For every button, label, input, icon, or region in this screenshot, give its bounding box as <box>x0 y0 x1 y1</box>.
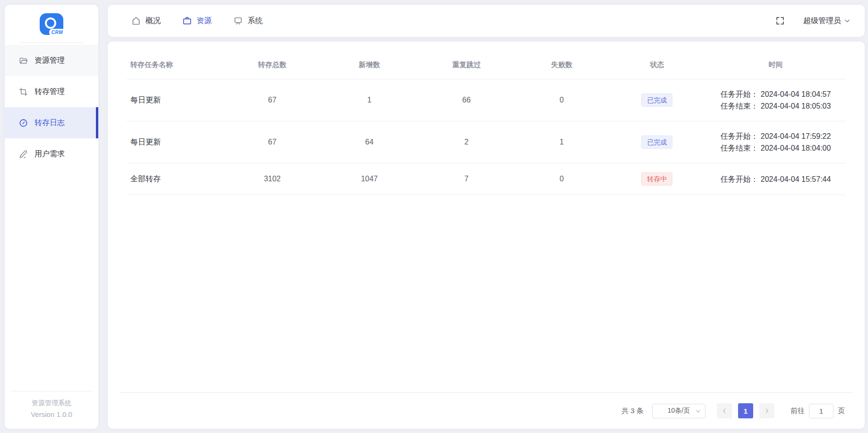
table-wrap: 转存任务名称 转存总数 新增数 重复跳过 失败数 状态 时间 每日更新 67 1 <box>108 42 865 195</box>
tab-overview[interactable]: 概况 <box>131 16 161 26</box>
table-row: 全部转存 3102 1047 7 0 转存中 任务开始：2024-04-04 1… <box>127 163 846 195</box>
table-row: 每日更新 67 1 66 0 已完成 任务开始：2024-04-04 18:04… <box>127 79 846 121</box>
cell-time: 任务开始：2024-04-04 15:57:44 <box>705 163 846 195</box>
goto-group: 前往 页 <box>791 404 845 418</box>
cell-added: 1 <box>321 79 418 121</box>
time-value: 2024-04-04 18:05:03 <box>761 100 831 112</box>
cell-total: 67 <box>223 121 320 163</box>
time-label: 任务开始： <box>721 130 758 142</box>
tab-system[interactable]: 系统 <box>233 16 263 26</box>
col-header-skipped: 重复跳过 <box>418 54 515 79</box>
cell-total: 67 <box>223 79 320 121</box>
sidebar-footer: 资源管理系统 Version 1.0.0 <box>5 391 98 429</box>
time-label: 任务开始： <box>721 88 758 100</box>
cell-total: 3102 <box>223 163 320 195</box>
sidebar: CRM 资源管理 转存管理 转存日志 用户需求 资源管理系统 Version 1… <box>5 5 98 429</box>
page-number-button[interactable]: 1 <box>738 403 753 418</box>
chevron-down-icon <box>695 408 701 414</box>
tab-label: 系统 <box>248 16 263 26</box>
pagination-total: 共 3 条 <box>621 407 644 416</box>
cell-time: 任务开始：2024-04-04 18:04:57 任务结束：2024-04-04… <box>705 79 846 121</box>
time-value: 2024-04-04 18:04:57 <box>761 88 831 100</box>
top-tabs: 概况 资源 系统 <box>131 16 263 26</box>
logo-area: CRM <box>5 5 98 35</box>
col-header-task-name: 转存任务名称 <box>127 54 223 79</box>
cell-added: 1047 <box>321 163 418 195</box>
cell-time: 任务开始：2024-04-04 17:59:22 任务结束：2024-04-04… <box>705 121 846 163</box>
home-icon <box>131 16 141 25</box>
cell-failed: 1 <box>515 121 609 163</box>
goto-page-input[interactable] <box>809 404 834 418</box>
pagination: 共 3 条 10条/页 1 前往 页 <box>120 393 852 429</box>
crop-icon <box>19 87 28 96</box>
time-value: 2024-04-04 17:59:22 <box>761 130 831 142</box>
sidebar-item-transfer-log[interactable]: 转存日志 <box>5 107 98 138</box>
cell-status: 已完成 <box>609 121 705 163</box>
user-name: 超级管理员 <box>803 16 841 26</box>
col-header-failed: 失败数 <box>515 54 609 79</box>
time-label: 任务开始： <box>721 173 758 185</box>
folder-icon <box>19 56 28 65</box>
content-card: 转存任务名称 转存总数 新增数 重复跳过 失败数 状态 时间 每日更新 67 1 <box>108 42 865 429</box>
content-spacer <box>108 195 865 392</box>
status-badge: 已完成 <box>641 136 672 149</box>
goto-label: 前往 <box>791 407 805 416</box>
sidebar-item-label: 转存日志 <box>34 118 65 128</box>
cell-skipped: 2 <box>418 121 515 163</box>
sidebar-nav: 资源管理 转存管理 转存日志 用户需求 <box>5 45 98 170</box>
status-badge: 已完成 <box>641 93 672 107</box>
fullscreen-icon[interactable] <box>775 16 785 26</box>
cell-skipped: 66 <box>418 79 515 121</box>
edit-icon <box>19 150 28 159</box>
time-value: 2024-04-04 18:04:00 <box>761 142 831 154</box>
chevron-left-icon <box>721 408 728 414</box>
cell-task-name: 全部转存 <box>127 163 223 195</box>
time-label: 任务结束： <box>721 100 758 112</box>
sidebar-item-label: 资源管理 <box>34 56 65 66</box>
sidebar-item-label: 用户需求 <box>34 149 65 159</box>
tab-resources[interactable]: 资源 <box>182 16 212 26</box>
card-footer: 共 3 条 10条/页 1 前往 页 <box>120 392 852 429</box>
topbar: 概况 资源 系统 超级管理员 <box>108 5 865 37</box>
goto-suffix: 页 <box>838 407 845 416</box>
main-column: 概况 资源 系统 超级管理员 <box>108 5 865 429</box>
page-size-select[interactable]: 10条/页 <box>652 404 705 418</box>
tab-label: 概况 <box>146 16 161 26</box>
version-label: Version 1.0.0 <box>5 410 98 418</box>
cell-status: 已完成 <box>609 79 705 121</box>
col-header-status: 状态 <box>609 54 705 79</box>
sidebar-item-label: 转存管理 <box>34 87 65 97</box>
app-logo: CRM <box>40 13 63 35</box>
topbar-right: 超级管理员 <box>775 16 851 26</box>
page-size-value: 10条/页 <box>668 407 690 415</box>
logo-divider <box>19 42 84 43</box>
compass-icon <box>19 119 28 127</box>
cell-task-name: 每日更新 <box>127 79 223 121</box>
col-header-added: 新增数 <box>321 54 418 79</box>
logo-text: CRM <box>49 29 65 36</box>
cell-added: 64 <box>321 121 418 163</box>
cell-failed: 0 <box>515 79 609 121</box>
user-dropdown[interactable]: 超级管理员 <box>803 16 851 26</box>
system-name: 资源管理系统 <box>5 399 98 408</box>
pager: 1 <box>717 403 774 418</box>
cell-task-name: 每日更新 <box>127 121 223 163</box>
transfer-log-table: 转存任务名称 转存总数 新增数 重复跳过 失败数 状态 时间 每日更新 67 1 <box>127 54 846 195</box>
chevron-down-icon <box>844 17 851 24</box>
time-label: 任务结束： <box>721 142 758 154</box>
table-header-row: 转存任务名称 转存总数 新增数 重复跳过 失败数 状态 时间 <box>127 54 846 79</box>
cell-skipped: 7 <box>418 163 515 195</box>
briefcase-icon <box>182 16 192 25</box>
table-row: 每日更新 67 64 2 1 已完成 任务开始：2024-04-04 17:59… <box>127 121 846 163</box>
logo-camera-icon <box>45 17 56 29</box>
monitor-icon <box>233 16 243 25</box>
time-value: 2024-04-04 15:57:44 <box>761 173 831 185</box>
col-header-time: 时间 <box>705 54 846 79</box>
tab-label: 资源 <box>197 16 212 26</box>
sidebar-item-user-requirements[interactable]: 用户需求 <box>5 138 98 170</box>
chevron-right-icon <box>764 408 770 414</box>
sidebar-item-resource-management[interactable]: 资源管理 <box>5 45 98 76</box>
sidebar-item-transfer-management[interactable]: 转存管理 <box>5 76 98 107</box>
prev-page-button[interactable] <box>717 403 732 418</box>
next-page-button[interactable] <box>759 403 774 418</box>
